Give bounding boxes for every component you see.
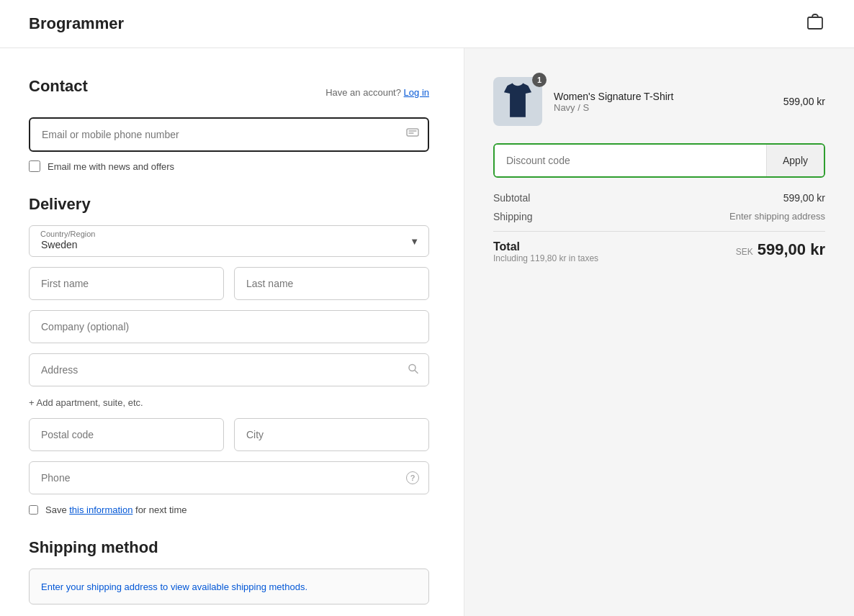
total-label: Total [493,240,598,253]
total-price-block: SEK 599,00 kr [736,240,825,259]
help-icon: ? [406,471,419,484]
product-badge: 1 [532,73,547,87]
city-input[interactable] [234,418,429,451]
delivery-section: Delivery Country/Region Sweden ▼ [29,195,429,515]
product-image-wrapper: 1 [493,77,542,126]
last-name-wrapper [234,267,429,300]
brand-name: Brogrammer [29,14,124,33]
product-price: 599,00 kr [783,96,825,107]
phone-input[interactable] [29,461,429,494]
right-panel: 1 Women's Signature T-Shirt Navy / S 599… [464,48,854,616]
subtotal-value: 599,00 kr [783,192,825,204]
svg-line-3 [415,371,418,373]
delivery-title: Delivery [29,195,429,214]
save-info-checkbox[interactable] [29,505,38,515]
left-panel: Contact Have an account? Log in Email me [0,48,464,616]
subtotal-label: Subtotal [493,192,530,204]
shipping-label: Shipping [493,211,533,222]
address-input[interactable] [29,353,429,386]
company-wrapper [29,310,429,343]
phone-wrapper: ? [29,461,429,494]
apply-discount-button[interactable]: Apply [766,145,824,176]
country-select[interactable]: Sweden [29,225,429,257]
discount-row: Apply [493,143,825,178]
have-account-text: Have an account? Log in [325,87,429,98]
svg-rect-0 [808,17,822,29]
email-input-wrapper [29,117,429,152]
subtotal-row: Subtotal 599,00 kr [493,192,825,204]
add-apt-link[interactable]: + Add apartment, suite, etc. [29,397,143,408]
svg-rect-1 [407,129,418,136]
shipping-info-text: Enter your shipping address to view avai… [41,581,307,592]
shipping-method-title: Shipping method [29,538,429,557]
login-link[interactable]: Log in [404,87,429,98]
address-wrapper [29,353,429,386]
summary-divider [493,231,825,232]
shipping-method-section: Shipping method Enter your shipping addr… [29,538,429,604]
contact-title: Contact [29,77,88,96]
product-row: 1 Women's Signature T-Shirt Navy / S 599… [493,77,825,126]
shipping-value: Enter shipping address [729,211,825,222]
last-name-input[interactable] [234,267,429,300]
country-select-wrapper: Country/Region Sweden ▼ [29,225,429,257]
name-row [29,267,429,300]
save-info-label: Save this information for next time [45,504,187,515]
total-tax-note: Including 119,80 kr in taxes [493,253,598,263]
contact-header: Contact Have an account? Log in [29,77,429,107]
newsletter-checkbox-row: Email me with news and offers [29,160,429,172]
first-name-wrapper [29,267,224,300]
postal-city-row [29,418,429,451]
shipping-row: Shipping Enter shipping address [493,211,825,222]
newsletter-checkbox[interactable] [29,160,40,172]
product-variant: Navy / S [554,102,772,113]
discount-code-input[interactable] [495,145,766,176]
shipping-info-box: Enter your shipping address to view avai… [29,569,429,604]
save-info-row: Save this information for next time [29,504,429,515]
postal-code-input[interactable] [29,418,224,451]
search-icon [408,363,419,377]
total-currency: SEK [736,247,753,257]
newsletter-label: Email me with news and offers [48,161,174,172]
total-row: Total Including 119,80 kr in taxes SEK 5… [493,240,825,263]
email-input[interactable] [29,117,429,152]
product-name: Women's Signature T-Shirt [554,91,772,102]
cart-button[interactable] [805,12,825,36]
city-wrapper [234,418,429,451]
first-name-input[interactable] [29,267,224,300]
product-info: Women's Signature T-Shirt Navy / S [554,91,772,113]
total-price: 599,00 kr [758,240,825,259]
company-input[interactable] [29,310,429,343]
postal-code-wrapper [29,418,224,451]
chat-icon [406,128,419,141]
save-info-link[interactable]: this information [69,504,132,515]
total-label-block: Total Including 119,80 kr in taxes [493,240,598,263]
header: Brogrammer [0,0,854,48]
